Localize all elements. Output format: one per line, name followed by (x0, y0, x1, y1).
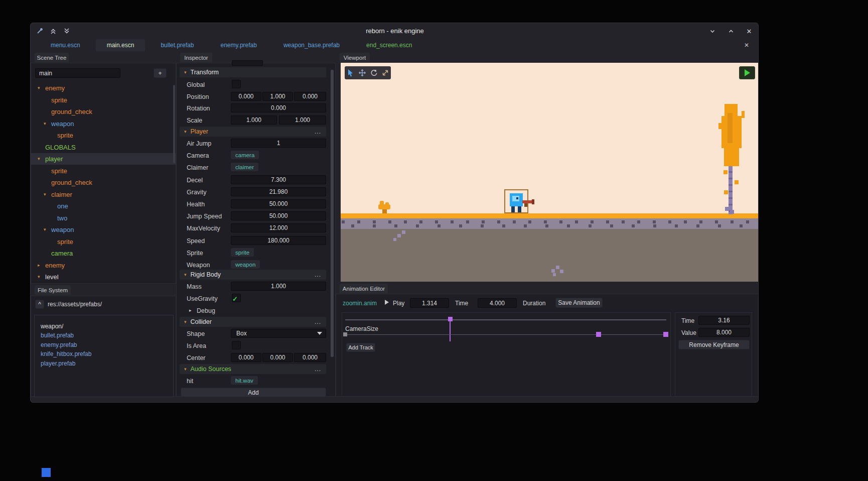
use-gravity-checkbox[interactable]: ✓ (232, 294, 241, 302)
tree-item-player-selected[interactable]: ▾player (31, 153, 177, 165)
tab-close-button[interactable]: ✕ (742, 41, 751, 50)
timeline-ruler[interactable] (345, 319, 666, 320)
expand-arrow-icon[interactable]: ▾ (44, 224, 46, 235)
collapse-arrow-icon[interactable]: ▾ (184, 272, 187, 277)
file-item-enemy-prefab[interactable]: enemy.prefab (41, 340, 167, 349)
tree-item-claimer[interactable]: ▾claimer (31, 189, 177, 200)
rotation-field[interactable]: 0.000 (231, 103, 326, 112)
tab-end-screen-escn[interactable]: end_screen.escn (355, 39, 423, 51)
remove-keyframe-button[interactable]: Remove Keyframe (678, 340, 750, 349)
expand-arrow-icon[interactable]: ▾ (38, 82, 40, 94)
tab-bullet-prefab[interactable]: bullet.prefab (150, 39, 205, 51)
rotate-tool-icon[interactable] (369, 68, 379, 78)
claimer-node-chip[interactable]: claimer (231, 163, 258, 171)
keyframe-value-field[interactable]: 8.000 (698, 328, 750, 337)
inspector-scrollbar[interactable] (331, 70, 334, 357)
is-area-checkbox[interactable] (232, 341, 241, 349)
titlebar[interactable]: reborn - enik engine ✕ (31, 23, 759, 39)
player-section-header[interactable]: ▾ Player ... (180, 127, 326, 137)
center-y-field[interactable]: 0.000 (262, 353, 293, 362)
file-system-tab[interactable]: File System (35, 285, 71, 295)
tree-item-sprite[interactable]: sprite (31, 236, 177, 248)
tree-item-globals[interactable]: GLOBALS (31, 142, 177, 153)
file-item-knife-hitbox-prefab[interactable]: knife_hitbox.prefab (41, 349, 167, 358)
play-scene-button[interactable] (739, 66, 755, 79)
maximize-button[interactable] (727, 27, 736, 36)
tree-item-enemy[interactable]: ▸enemy (31, 260, 177, 271)
weapon-node-chip[interactable]: weapon (231, 260, 260, 269)
rigid-body-section-header[interactable]: ▾ Rigid Body ... (180, 270, 326, 280)
jump-speed-field[interactable]: 50.000 (231, 211, 326, 220)
position-y-field[interactable]: 1.000 (262, 92, 293, 101)
root-node-input[interactable] (35, 68, 120, 78)
select-tool-icon[interactable] (346, 68, 356, 78)
keyframe-marker[interactable] (596, 332, 601, 337)
animation-editor-tab[interactable]: Animation Editor (340, 284, 388, 293)
anim-play-icon[interactable] (385, 300, 389, 305)
tree-item-enemy[interactable]: ▾enemy (31, 82, 177, 94)
track-line[interactable] (345, 334, 666, 335)
collapse-arrow-icon[interactable]: ▾ (184, 367, 187, 372)
expand-arrow-icon[interactable]: ▾ (38, 271, 40, 283)
tree-item-one[interactable]: one (31, 200, 177, 212)
add-track-button[interactable]: Add Track (346, 343, 375, 352)
tree-item-sprite[interactable]: sprite (31, 130, 177, 141)
more-options-button[interactable]: ... (315, 271, 321, 278)
anim-time-field[interactable]: 4.000 (478, 298, 517, 308)
keyframe-marker[interactable] (663, 332, 668, 337)
tree-item-sprite[interactable]: sprite (31, 165, 177, 177)
center-z-field[interactable]: 0.000 (294, 353, 326, 362)
playhead-handle[interactable] (448, 317, 453, 321)
global-checkbox[interactable] (232, 80, 241, 88)
center-x-field[interactable]: 0.000 (231, 353, 261, 362)
air-jump-field[interactable]: 1 (231, 139, 326, 148)
tree-item-weapon[interactable]: ▾weapon (31, 224, 177, 235)
double-chevron-down-icon[interactable] (62, 27, 71, 36)
camera-node-chip[interactable]: camera (231, 151, 259, 159)
folder-up-button[interactable]: ^ (35, 300, 44, 309)
track-start-marker[interactable] (343, 332, 347, 336)
file-item-weapon-folder[interactable]: weapon/ (41, 322, 167, 331)
scale-y-field[interactable]: 1.000 (279, 115, 326, 125)
expand-arrow-icon[interactable]: ▾ (44, 189, 46, 200)
save-animation-button[interactable]: Save Animation (555, 298, 603, 308)
collider-section-header[interactable]: ▾ Collider ... (180, 317, 326, 327)
decel-field[interactable]: 7.300 (231, 175, 326, 184)
position-x-field[interactable]: 0.000 (231, 92, 261, 101)
max-velocity-field[interactable]: 12.000 (231, 223, 326, 232)
collapsed-arrow-icon[interactable]: ▸ (189, 307, 192, 314)
tree-item-camera[interactable]: camera (31, 248, 177, 259)
tab-menu-escn[interactable]: menu.escn (40, 39, 91, 51)
file-item-bullet-prefab[interactable]: bullet.prefab (41, 331, 167, 340)
debug-subsection-label[interactable]: Debug (197, 307, 215, 315)
audio-sources-section-header[interactable]: ▾ Audio Sources ... (180, 364, 326, 374)
collapse-arrow-icon[interactable]: ▾ (184, 129, 187, 134)
tree-item-sprite[interactable]: sprite (31, 94, 177, 106)
move-tool-icon[interactable] (357, 68, 367, 78)
viewport-canvas[interactable] (341, 63, 758, 282)
viewport-tab[interactable]: Viewport (340, 53, 370, 62)
tree-item-ground-check[interactable]: ground_check (31, 106, 177, 117)
collapse-arrow-icon[interactable]: ▾ (184, 70, 187, 75)
add-node-button[interactable]: + (154, 68, 167, 78)
transform-section-header[interactable]: ▾ Transform (180, 67, 326, 77)
tree-item-two[interactable]: two (31, 212, 177, 224)
scene-tree-scrollbar[interactable] (173, 85, 175, 163)
inspector-tab[interactable]: Inspector (180, 53, 212, 62)
more-options-button[interactable]: ... (315, 318, 321, 325)
close-button[interactable]: ✕ (745, 27, 754, 36)
collapse-arrow-icon[interactable]: ▾ (184, 319, 187, 324)
speed-field[interactable]: 180.000 (231, 236, 326, 245)
tree-item-weapon[interactable]: ▾weapon (31, 118, 177, 130)
expand-arrow-icon[interactable]: ▾ (38, 153, 40, 165)
expand-arrow-icon[interactable]: ▾ (44, 118, 46, 130)
hit-audio-chip[interactable]: hit.wav (231, 376, 258, 385)
tab-enemy-prefab[interactable]: enemy.prefab (209, 39, 268, 51)
pin-icon[interactable] (35, 27, 44, 36)
more-options-button[interactable]: ... (315, 366, 321, 373)
scale-x-field[interactable]: 1.000 (231, 115, 277, 125)
more-options-button[interactable]: ... (315, 128, 321, 135)
animation-clip-link[interactable]: zoomin.anim (343, 300, 377, 307)
gravity-field[interactable]: 21.980 (231, 187, 326, 196)
mass-field[interactable]: 1.000 (231, 282, 326, 291)
